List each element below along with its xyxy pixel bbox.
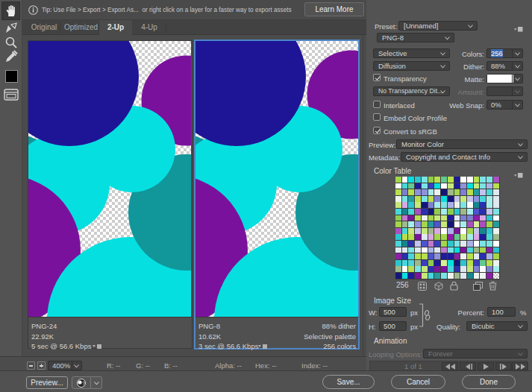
svg-text:?: ? [82, 381, 85, 386]
